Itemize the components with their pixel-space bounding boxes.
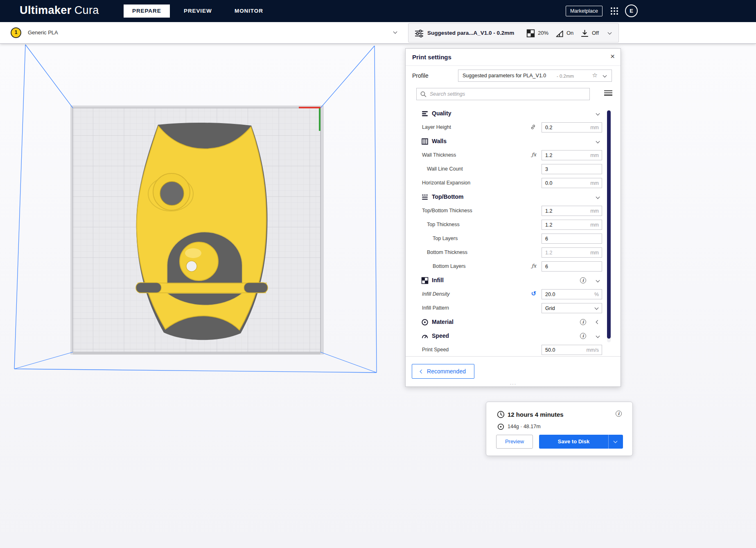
revert-icon[interactable]: ↺ <box>531 291 536 296</box>
setting-unit: mm <box>590 125 599 130</box>
profile-label: Profile <box>412 72 429 79</box>
search-box[interactable] <box>416 88 590 100</box>
info-icon[interactable]: i <box>580 277 586 283</box>
extruder-badge: 1 <box>11 27 21 38</box>
recommended-label: Recommended <box>427 368 466 375</box>
setting-label: Layer Height <box>422 124 451 130</box>
profile-dropdown[interactable]: Suggested parameters for PLA_V1.0 - 0.2m… <box>458 70 612 82</box>
print-summary-card: 12 hours 4 minutes i 144g · 48.17m Previ… <box>486 402 633 456</box>
chevron-down-icon <box>596 112 600 116</box>
grid-dots-icon <box>610 7 619 16</box>
setting-label: Top/Bottom Thickness <box>422 208 472 213</box>
save-to-disk-button[interactable]: Save to Disk <box>539 435 623 449</box>
settings-menu-icon[interactable] <box>604 89 612 97</box>
setting-label: Wall Line Count <box>427 166 463 172</box>
category-top-bottom[interactable]: Top/Bottom <box>406 190 621 204</box>
info-icon[interactable]: i <box>580 333 586 339</box>
setting-input[interactable]: 0.2 mm <box>542 122 602 133</box>
support-icon <box>555 29 564 39</box>
material-usage: 144g · 48.17m <box>508 424 541 429</box>
scrollbar-thumb[interactable] <box>607 110 611 339</box>
spool-icon <box>497 423 504 432</box>
material-selector[interactable]: 1 Generic PLA <box>0 22 405 43</box>
y-axis-marker <box>319 108 320 131</box>
star-icon[interactable]: ☆ <box>592 72 598 79</box>
tab-monitor[interactable]: MONITOR <box>226 4 272 18</box>
setting-label: Bottom Layers <box>433 263 466 269</box>
chevron-down-icon <box>393 30 397 34</box>
setting-value: Grid <box>545 305 555 311</box>
setting-unit: mm <box>590 222 599 228</box>
print-settings-summary[interactable]: Suggested para...A_V1.0 - 0.2mm 20% On O… <box>408 23 619 43</box>
category-quality[interactable]: Quality <box>406 107 621 121</box>
recommended-button[interactable]: Recommended <box>412 364 474 379</box>
chevron-down-icon <box>596 139 600 144</box>
setting-input[interactable]: 50.0 mm/s <box>542 345 602 355</box>
setting-input[interactable]: 0.0 mm <box>542 178 602 188</box>
avatar[interactable]: E <box>625 4 638 17</box>
setting-row: Wall Line Count 3 <box>406 162 621 176</box>
profile-variant: - 0.2mm <box>557 74 574 79</box>
speed-icon <box>421 332 429 340</box>
tab-prepare[interactable]: PREPARE <box>124 4 170 18</box>
panel-scrollbar[interactable] <box>607 110 611 342</box>
formula-icon: ƒx <box>532 152 536 157</box>
adhesion-icon <box>580 29 589 39</box>
setting-value: 3 <box>545 166 548 172</box>
category-material[interactable]: Material i <box>406 315 621 329</box>
category-walls[interactable]: Walls <box>406 135 621 148</box>
summary-adhesion-value: Off <box>592 30 599 36</box>
setting-input[interactable]: 1.2 mm <box>542 220 602 230</box>
setting-input[interactable]: 1.2 mm <box>542 247 602 258</box>
setting-input[interactable]: 20.0 % <box>542 289 602 299</box>
chevron-down-icon <box>596 278 600 283</box>
category-speed[interactable]: Speed i <box>406 329 621 343</box>
resize-handle[interactable]: ··· <box>510 381 517 387</box>
setting-row: Infill Density ↺ 20.0 % <box>406 287 621 301</box>
setting-label: Infill Density <box>422 291 449 297</box>
category-name: Quality <box>432 110 451 117</box>
setting-input[interactable]: 1.2 mm <box>542 206 602 216</box>
save-label: Save to Disk <box>539 435 608 449</box>
apps-grid-icon[interactable] <box>610 7 619 16</box>
info-icon[interactable]: i <box>580 319 586 325</box>
setting-input[interactable]: 6 <box>542 234 602 244</box>
setting-unit: % <box>594 292 599 297</box>
setting-value: 0.2 <box>545 125 552 130</box>
setting-row: Top/Bottom Thickness 1.2 mm <box>406 204 621 218</box>
settings-list: Quality Layer Height 0.2 mm <box>406 103 621 357</box>
chevron-down-icon <box>603 74 607 78</box>
setting-row: Print Speed 50.0 mm/s <box>406 343 621 357</box>
setting-label: Infill Pattern <box>422 305 449 311</box>
infill-icon <box>421 277 429 284</box>
setting-value: 1.2 <box>545 222 552 228</box>
setting-label: Top Layers <box>433 236 458 241</box>
top-bottom-icon <box>421 193 429 201</box>
panel-title: Print settings <box>412 54 451 61</box>
info-icon[interactable]: i <box>616 411 622 417</box>
setting-row: Bottom Thickness 1.2 mm <box>406 246 621 260</box>
setting-dropdown[interactable]: Grid <box>542 303 602 313</box>
tab-preview[interactable]: PREVIEW <box>175 4 221 18</box>
clock-icon <box>497 411 505 420</box>
search-input[interactable] <box>430 89 586 99</box>
viewport-3d[interactable] <box>0 44 756 548</box>
print-time: 12 hours 4 minutes <box>508 411 564 418</box>
category-infill[interactable]: Infill i <box>406 274 621 287</box>
setting-label: Bottom Thickness <box>427 249 467 255</box>
category-name: Infill <box>432 277 444 283</box>
category-name: Top/Bottom <box>432 193 464 200</box>
setting-input[interactable]: 1.2 mm <box>542 150 602 160</box>
setting-input[interactable]: 6 <box>542 261 602 272</box>
configuration-bar: 1 Generic PLA Suggested para...A_V1.0 - … <box>0 22 756 44</box>
material-name: Generic PLA <box>28 29 58 36</box>
save-options-dropdown[interactable] <box>608 435 623 449</box>
setting-input[interactable]: 3 <box>542 164 602 174</box>
preview-button[interactable]: Preview <box>496 435 533 449</box>
model-3d[interactable] <box>136 123 268 340</box>
setting-unit: mm <box>590 208 599 214</box>
marketplace-button[interactable]: Marketplace <box>566 6 603 16</box>
setting-row: Top Thickness 1.2 mm <box>406 218 621 232</box>
close-icon[interactable]: × <box>610 52 615 61</box>
top-bar: UltimakerCura PREPARE PREVIEW MONITOR Ma… <box>0 0 756 22</box>
